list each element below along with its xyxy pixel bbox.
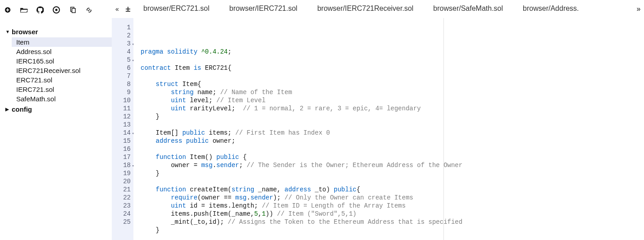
tree-folder-config[interactable]: ▶config	[0, 104, 112, 115]
code-line[interactable]: uint id = items.length; // Item ID = Len…	[141, 202, 644, 210]
tree-item[interactable]: IERC721Receiver.sol	[12, 66, 112, 75]
code-line[interactable]: }	[141, 169, 644, 177]
svg-point-2	[55, 9, 58, 11]
code-line[interactable]: struct Item{	[141, 80, 644, 88]
tab-bar: « browser/ERC721.solbrowser/IERC721.solb…	[112, 0, 644, 18]
gutter-line: 4	[112, 48, 133, 56]
code-line[interactable]: }	[141, 226, 644, 234]
github-icon[interactable]	[36, 6, 44, 14]
github-gist-icon[interactable]	[52, 6, 60, 14]
code-line[interactable]: Item[] public items; // First Item has I…	[141, 129, 644, 137]
code-line[interactable]: owner = msg.sender; // The Sender is the…	[141, 161, 644, 169]
gutter-line: 24	[112, 210, 133, 218]
gutter-line: 9	[112, 88, 133, 96]
editor-tab[interactable]: browser/SafeMath.sol	[423, 0, 513, 18]
gutter-line: 17	[112, 153, 133, 161]
new-tab-icon[interactable]	[123, 0, 133, 18]
file-tree: ▼browserItemAddress.solIERC165.solIERC72…	[0, 18, 112, 115]
code-line[interactable]: contract Item is ERC721{	[141, 64, 644, 72]
tree-item[interactable]: Item	[12, 37, 112, 47]
gutter-line: 11	[112, 104, 133, 113]
caret-right-icon: ▶	[5, 107, 10, 112]
code-line[interactable]: pragma solidity ^0.4.24;	[141, 48, 644, 56]
gutter-line: 22	[112, 194, 133, 202]
caret-down-icon: ▼	[5, 29, 10, 34]
tree-item[interactable]: ERC721.sol	[12, 75, 112, 85]
code-line[interactable]: }	[141, 113, 644, 121]
code-line[interactable]: uint level; // Item Level	[141, 96, 644, 104]
code-line[interactable]: address public owner;	[141, 137, 644, 145]
code-area[interactable]: pragma solidity ^0.4.24;contract Item is…	[133, 18, 644, 240]
gutter-line: 21	[112, 186, 133, 194]
tree-folder-label: config	[12, 105, 32, 113]
code-line[interactable]	[141, 234, 644, 240]
gutter-line: 13	[112, 121, 133, 129]
gutter-line: 3▾	[112, 40, 133, 48]
tree-folder-browser[interactable]: ▼browser	[0, 26, 112, 37]
code-line[interactable]: _mint(_to,id); // Assigns the Token to t…	[141, 218, 644, 226]
print-margin	[443, 18, 444, 240]
gutter-line: 18▾	[112, 161, 133, 169]
gutter-line: 12	[112, 113, 133, 121]
code-line[interactable]: string name; // Name of the Item	[141, 88, 644, 96]
copy-icon[interactable]	[69, 6, 77, 14]
tabs-scroll-right-icon[interactable]: »	[633, 0, 644, 18]
tree-item[interactable]: IERC165.sol	[12, 56, 112, 66]
editor-tab[interactable]: browser/IERC721Receiver.sol	[307, 0, 423, 18]
tree-item[interactable]: SafeMath.sol	[12, 94, 112, 104]
tree-item[interactable]: Address.sol	[12, 47, 112, 56]
tabs: browser/ERC721.solbrowser/IERC721.solbro…	[133, 0, 644, 18]
code-line[interactable]: items.push(Item(_name,5,1)) // Item ("Sw…	[141, 210, 644, 218]
code-line[interactable]	[141, 145, 644, 153]
svg-rect-4	[72, 8, 75, 12]
file-panel: ▼browserItemAddress.solIERC165.solIERC72…	[0, 0, 112, 240]
code-line[interactable]	[141, 56, 644, 64]
gutter-line: 6	[112, 64, 133, 72]
tree-folder-label: browser	[12, 28, 38, 36]
tree-item[interactable]: IERC721.sol	[12, 85, 112, 94]
gutter-line: 1	[112, 23, 133, 32]
folder-open-icon[interactable]	[20, 6, 28, 14]
editor-tab[interactable]: browser/ERC721.sol	[133, 0, 219, 18]
gutter-line: 23	[112, 202, 133, 210]
gutter-line: 10	[112, 96, 133, 104]
code-line[interactable]: require(owner == msg.sender); // Only th…	[141, 194, 644, 202]
code-line[interactable]: uint rarityLevel; // 1 = normal, 2 = rar…	[141, 104, 644, 113]
editor-tab[interactable]: browser/IERC721.sol	[219, 0, 307, 18]
gutter-line: 8	[112, 80, 133, 88]
gutter-line: 19	[112, 169, 133, 177]
gutter-line: 16	[112, 145, 133, 153]
code-line[interactable]	[141, 121, 644, 129]
code-editor[interactable]: 123▾45▾67891011121314▾15161718▾192021222…	[112, 18, 644, 240]
gutter-line: 25	[112, 218, 133, 226]
gutter-line: 2	[112, 32, 133, 40]
code-line[interactable]: function createItem(string _name, addres…	[141, 186, 644, 194]
link-icon[interactable]	[85, 6, 93, 14]
gutter-line: 5▾	[112, 56, 133, 64]
gutter-line: 7	[112, 72, 133, 80]
gutter-line: 20	[112, 177, 133, 186]
gutter-line: 14▾	[112, 129, 133, 137]
gutter: 123▾45▾67891011121314▾15161718▾192021222…	[112, 18, 133, 240]
code-line[interactable]	[141, 177, 644, 186]
code-line[interactable]	[141, 72, 644, 80]
gutter-line: 15	[112, 137, 133, 145]
new-file-icon[interactable]	[4, 6, 12, 14]
editor-panel: « browser/ERC721.solbrowser/IERC721.solb…	[112, 0, 644, 240]
file-toolbar	[0, 0, 112, 18]
editor-tab[interactable]: browser/Address.	[513, 0, 589, 18]
tabs-scroll-left-icon[interactable]: «	[112, 0, 123, 18]
code-line[interactable]: function Item() public {	[141, 153, 644, 161]
